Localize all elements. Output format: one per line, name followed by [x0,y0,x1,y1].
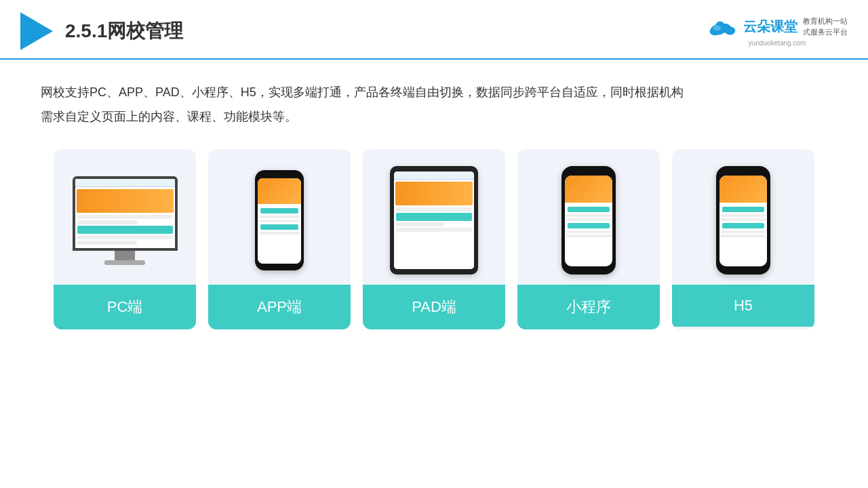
card-pc: PC端 [54,149,196,329]
brand-name: 云朵课堂 [743,18,797,36]
brand-url: yunduoketang.com [749,39,806,47]
app-phone [255,170,304,270]
mini-phone-screen [565,176,612,266]
h5-phone [716,166,770,274]
header-left: 2.5.1网校管理 [20,12,183,50]
card-pad-label: PAD端 [363,285,505,329]
brand-section: 云朵课堂 教育机构一站式服务云平台 yunduoketang.com [707,16,848,47]
pc-monitor [73,176,178,265]
h5-notch [736,169,751,173]
card-h5-label: H5 [672,285,814,327]
tablet-screen [394,171,474,269]
cloud-icon [707,16,738,38]
monitor-screen [73,176,178,251]
card-pad: PAD端 [363,149,505,329]
main-content: 网校支持PC、APP、PAD、小程序、H5，实现多端打通，产品各终端自由切换，数… [0,60,868,343]
logo-triangle [20,12,53,50]
page-header: 2.5.1网校管理 云朵课堂 教育机构一站式服务云平台 yunduoketang… [0,0,868,60]
brand-tagline: 教育机构一站式服务云平台 [803,16,848,37]
card-miniprogram: 小程序 [517,149,660,329]
h5-phone-screen [719,176,767,266]
tablet-device [390,166,478,274]
card-app: APP端 [208,149,351,329]
miniprogram-phone [561,166,616,274]
mini-notch [581,169,596,173]
card-h5: H5 [672,149,814,329]
card-pc-image [54,149,196,285]
svg-point-5 [713,25,721,30]
card-miniprogram-image [517,149,660,285]
card-pc-label: PC端 [54,285,196,329]
description-text: 网校支持PC、APP、PAD、小程序、H5，实现多端打通，产品各终端自由切换，数… [41,80,827,129]
card-app-label: APP端 [208,285,351,329]
cards-row: PC端 [41,149,827,329]
page-title: 2.5.1网校管理 [65,18,183,44]
brand-logo: 云朵课堂 教育机构一站式服务云平台 [707,16,848,38]
card-h5-image [672,149,814,285]
card-app-image [208,149,351,285]
card-miniprogram-label: 小程序 [517,285,660,329]
phone-notch [273,173,286,176]
card-pad-image [363,149,505,285]
phone-screen [258,178,301,264]
svg-point-3 [725,26,735,35]
